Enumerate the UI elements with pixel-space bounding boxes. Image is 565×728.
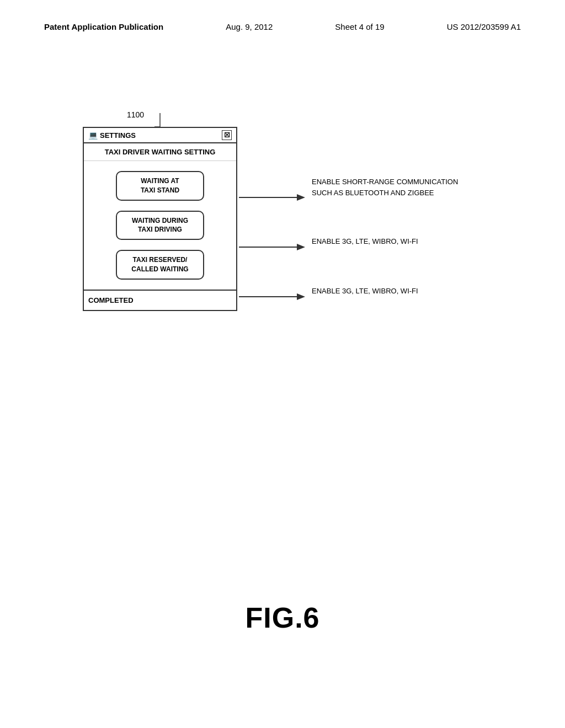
settings-title-bar: 💻 SETTINGS ☒ (84, 128, 236, 143)
publication-label: Patent Application Publication (44, 22, 163, 31)
state-box-waiting-at-taxi: WAITING ATTAXI STAND (116, 171, 204, 201)
arrow-2 (239, 242, 305, 253)
svg-marker-5 (297, 293, 305, 300)
date-label: Aug. 9, 2012 (226, 22, 273, 31)
label-bluetooth: ENABLE SHORT-RANGE COMMUNICATIONSUCH AS … (312, 176, 458, 198)
patent-number-label: US 2012/203599 A1 (447, 22, 521, 31)
settings-window: 💻 SETTINGS ☒ TAXI DRIVER WAITING SETTING… (83, 127, 237, 311)
settings-title: SETTINGS (100, 131, 136, 140)
state-box-waiting-during-driving: WAITING DURINGTAXI DRIVING (116, 211, 204, 240)
state-box-taxi-reserved: TAXI RESERVED/CALLED WAITING (116, 250, 204, 280)
close-button[interactable]: ☒ (222, 130, 232, 140)
ref-number-label: 1100 (127, 110, 144, 119)
settings-subtitle: TAXI DRIVER WAITING SETTING (84, 143, 236, 161)
settings-footer: COMPLETED (84, 290, 236, 310)
label-3g-lte-2: ENABLE 3G, LTE, WIBRO, WI-FI (312, 286, 418, 297)
label-3g-lte-1: ENABLE 3G, LTE, WIBRO, WI-FI (312, 236, 418, 247)
arrow-3 (239, 291, 305, 302)
sheet-label: Sheet 4 of 19 (335, 22, 384, 31)
settings-icon: 💻 (88, 131, 98, 140)
svg-marker-1 (297, 194, 305, 201)
fig-label: FIG.6 (0, 601, 565, 634)
svg-marker-3 (297, 244, 305, 250)
settings-body: WAITING ATTAXI STAND WAITING DURINGTAXI … (84, 161, 236, 290)
arrow-1 (239, 192, 305, 203)
